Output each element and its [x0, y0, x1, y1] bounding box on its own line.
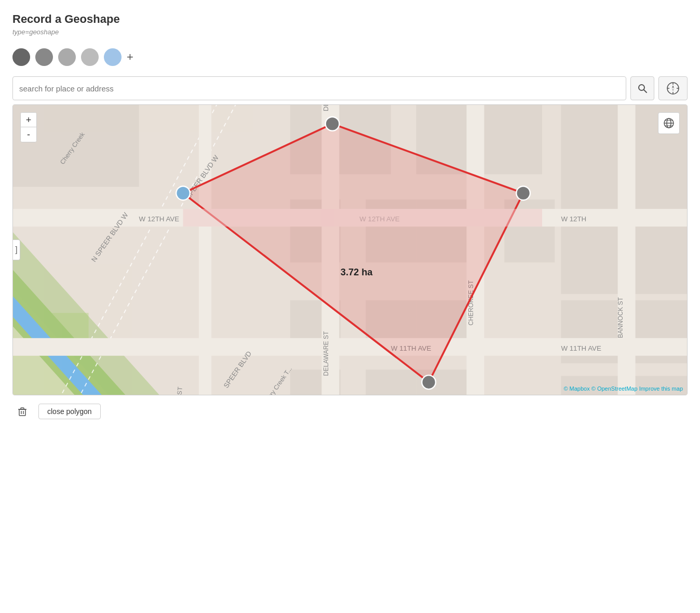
page-title: Record a Geoshape	[12, 12, 688, 26]
dot-4[interactable]	[81, 48, 99, 66]
sidebar-bracket[interactable]: ]	[13, 239, 20, 260]
svg-point-58	[326, 117, 340, 131]
map-attribution: © Mapbox © OpenStreetMap Improve this ma…	[563, 385, 683, 392]
svg-rect-64	[321, 209, 542, 226]
zoom-out-button[interactable]: -	[21, 127, 36, 142]
svg-text:W 11TH AVE: W 11TH AVE	[561, 344, 601, 352]
dot-5[interactable]	[104, 48, 122, 66]
map-svg: SPEER BLVD W N SPEER BLVD W Cherry Creek…	[13, 105, 687, 395]
add-dot-button[interactable]: +	[127, 51, 133, 63]
search-button[interactable]	[630, 76, 654, 100]
zoom-in-button[interactable]: +	[21, 113, 36, 127]
svg-point-60	[516, 186, 530, 200]
globe-button[interactable]	[658, 112, 680, 134]
dot-2[interactable]	[35, 48, 53, 66]
svg-rect-37	[618, 105, 636, 395]
search-input[interactable]	[19, 84, 620, 93]
trash-icon	[17, 406, 28, 417]
svg-text:DELAWARE S: DELAWARE S	[322, 105, 330, 111]
close-polygon-button[interactable]: close polygon	[38, 404, 101, 419]
globe-icon	[663, 117, 675, 129]
search-row	[12, 76, 688, 100]
svg-rect-74	[21, 408, 24, 409]
bottom-row: close polygon	[12, 403, 688, 420]
search-box	[12, 76, 626, 100]
compass-icon	[666, 82, 680, 95]
dot-3[interactable]	[58, 48, 76, 66]
zoom-controls: + -	[20, 112, 37, 142]
svg-marker-8	[672, 88, 674, 91]
svg-text:BANNOCK ST: BANNOCK ST	[617, 297, 624, 338]
svg-rect-70	[19, 409, 25, 416]
map-container[interactable]: SPEER BLVD W N SPEER BLVD W Cherry Creek…	[12, 104, 688, 395]
dot-1[interactable]	[12, 48, 30, 66]
dot-row: +	[12, 48, 688, 66]
svg-rect-38	[199, 105, 211, 395]
svg-text:3.72 ha: 3.72 ha	[341, 267, 373, 277]
svg-text:W 12TH: W 12TH	[561, 215, 586, 223]
svg-marker-7	[672, 85, 674, 88]
svg-text:W 12TH AVE: W 12TH AVE	[139, 215, 180, 223]
trash-button[interactable]	[12, 403, 32, 420]
svg-line-1	[644, 90, 647, 92]
svg-rect-63	[183, 209, 334, 226]
page-subtitle: type=geoshape	[12, 28, 688, 36]
svg-point-61	[422, 375, 436, 389]
search-icon	[637, 83, 648, 94]
svg-text:DELAWARE ST: DELAWARE ST	[322, 331, 330, 376]
svg-point-59	[176, 186, 190, 200]
svg-rect-24	[366, 369, 416, 395]
locate-button[interactable]	[658, 76, 688, 100]
